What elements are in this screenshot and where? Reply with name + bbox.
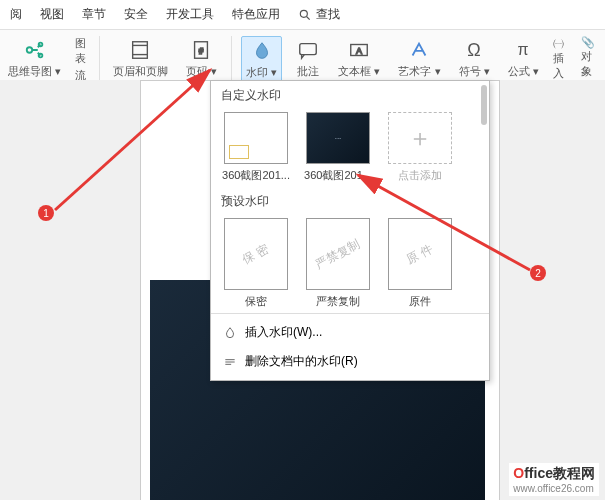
menu-tabs: 阅 视图 章节 安全 开发工具 特色应用 查找 [0, 0, 605, 30]
wordart-icon [407, 38, 431, 62]
custom-watermark-1[interactable]: 360截图201... [221, 112, 291, 183]
thumbnail-label: 360截图201... [303, 168, 373, 183]
remove-icon [223, 355, 237, 369]
wordart-label: 艺术字 ▾ [398, 64, 440, 79]
annotate-icon [296, 38, 320, 62]
tab-security[interactable]: 安全 [124, 6, 148, 23]
add-watermark-button[interactable]: ＋ 点击添加 [385, 112, 455, 183]
preset-watermark-header: 预设水印 [211, 187, 489, 212]
watermark-button[interactable]: 水印 ▾ [241, 36, 282, 83]
thumbnail-label: 严禁复制 [303, 294, 373, 309]
mindmap-icon [23, 38, 47, 62]
wordart-button[interactable]: 艺术字 ▾ [394, 36, 444, 81]
site-logo: Office教程网 www.office26.com [509, 463, 599, 496]
search-button[interactable]: 查找 [298, 6, 340, 23]
thumbnail: 原 件 [388, 218, 452, 290]
thumbnail-label: 保密 [221, 294, 291, 309]
tab-devtools[interactable]: 开发工具 [166, 6, 214, 23]
annotate-button[interactable]: 批注 [292, 36, 324, 81]
thumbnail: 严禁复制 [306, 218, 370, 290]
page-number-button[interactable]: # 页码 ▾ [182, 36, 221, 81]
watermark-label: 水印 ▾ [246, 65, 277, 80]
add-label: 点击添加 [385, 168, 455, 183]
header-footer-icon [128, 38, 152, 62]
preset-confidential[interactable]: 保 密 保密 [221, 218, 291, 309]
thumbnail: ··· [306, 112, 370, 164]
menu-label: 插入水印(W)... [245, 324, 322, 341]
svg-point-0 [300, 10, 307, 17]
custom-watermark-header: 自定义水印 [211, 81, 489, 106]
mindmap-label: 思维导图 ▾ [8, 64, 61, 79]
plus-icon: ＋ [388, 112, 452, 164]
tab-view[interactable]: 视图 [40, 6, 64, 23]
formula-label: 公式 ▾ [508, 64, 539, 79]
header-footer-label: 页眉和页脚 [113, 64, 168, 79]
tab-read[interactable]: 阅 [10, 6, 22, 23]
svg-rect-10 [300, 44, 317, 55]
svg-text:#: # [199, 47, 204, 56]
textbox-button[interactable]: A 文本框 ▾ [334, 36, 384, 81]
symbol-label: 符号 ▾ [459, 64, 490, 79]
search-label: 查找 [316, 6, 340, 23]
preset-original[interactable]: 原 件 原件 [385, 218, 455, 309]
formula-button[interactable]: π 公式 ▾ [504, 36, 543, 81]
thumbnail: 保 密 [224, 218, 288, 290]
mindmap-button[interactable]: 思维导图 ▾ [4, 36, 65, 81]
watermark-dropdown: 自定义水印 360截图201... ··· 360截图201... ＋ 点击添加… [210, 80, 490, 381]
chart-button[interactable]: 图表 [75, 36, 89, 66]
tab-chapter[interactable]: 章节 [82, 6, 106, 23]
svg-rect-5 [133, 42, 148, 59]
formula-icon: π [511, 38, 535, 62]
textbox-label: 文本框 ▾ [338, 64, 380, 79]
site-url: www.office26.com [513, 483, 595, 494]
thumbnail-label: 360截图201... [221, 168, 291, 183]
header-footer-button[interactable]: 页眉和页脚 [109, 36, 172, 81]
preset-nocopy[interactable]: 严禁复制 严禁复制 [303, 218, 373, 309]
annotate-label: 批注 [297, 64, 319, 79]
svg-point-2 [26, 47, 32, 53]
svg-text:A: A [356, 46, 363, 56]
symbol-icon: Ω [462, 38, 486, 62]
tab-special[interactable]: 特色应用 [232, 6, 280, 23]
thumbnail [224, 112, 288, 164]
page-number-icon: # [189, 38, 213, 62]
scrollbar[interactable] [481, 85, 487, 125]
thumbnail-label: 原件 [385, 294, 455, 309]
svg-line-1 [307, 16, 310, 19]
dropdown-footer: 插入水印(W)... 删除文档中的水印(R) [211, 313, 489, 380]
search-icon [298, 8, 312, 22]
insert-watermark-item[interactable]: 插入水印(W)... [211, 318, 489, 347]
annotation-marker-1: 1 [38, 205, 54, 221]
textbox-icon: A [347, 38, 371, 62]
page-number-label: 页码 ▾ [186, 64, 217, 79]
symbol-button[interactable]: Ω 符号 ▾ [455, 36, 494, 81]
custom-watermark-2[interactable]: ··· 360截图201... [303, 112, 373, 183]
menu-label: 删除文档中的水印(R) [245, 353, 358, 370]
remove-watermark-item[interactable]: 删除文档中的水印(R) [211, 347, 489, 376]
droplet-icon [223, 326, 237, 340]
watermark-icon [250, 39, 274, 63]
annotation-marker-2: 2 [530, 265, 546, 281]
